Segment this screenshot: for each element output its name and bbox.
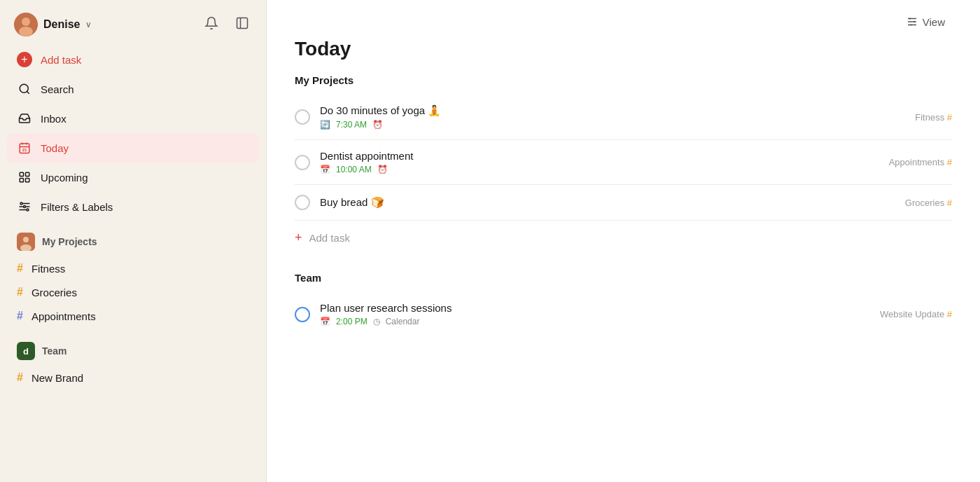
task-title-user-research: Plan user research sessions: [320, 302, 880, 314]
task-row-dentist: Dentist appointment 📅 10:00 AM ⏰ Appoint…: [295, 140, 952, 185]
sidebar-nav: + Add task Search Inbox: [0, 45, 266, 221]
task-project-dentist: Appointments #: [889, 157, 952, 167]
repeat-icon: 🔄: [320, 120, 330, 130]
task-meta-dentist: 📅 10:00 AM ⏰: [320, 165, 889, 174]
team-title: Team: [42, 345, 67, 357]
team-section-title: Team: [267, 272, 980, 292]
add-task-label: Add task: [41, 54, 81, 66]
task-meta-user-research: 📅 2:00 PM ◷ Calendar: [320, 317, 880, 326]
hash-user-research: #: [947, 309, 952, 319]
filters-label: Filters & Labels: [41, 201, 113, 213]
hash-icon-new-brand: #: [17, 371, 23, 384]
my-projects-section: My Projects # Fitness # Groceries # Appo…: [0, 221, 266, 331]
add-task-inline-my-projects[interactable]: + Add task: [295, 221, 952, 255]
hash-dentist: #: [947, 157, 952, 167]
sidebar-header: Denise ∨: [0, 0, 266, 45]
hash-icon-appointments: #: [17, 310, 23, 322]
task-checkbox-yoga[interactable]: [295, 109, 310, 125]
task-location-user-research: Calendar: [386, 317, 420, 326]
task-checkbox-dentist[interactable]: [295, 155, 310, 170]
my-projects-tasks: Do 30 minutes of yoga 🧘 🔄 7:30 AM ⏰ Fitn…: [267, 95, 980, 255]
task-time-dentist: 10:00 AM: [336, 165, 372, 174]
inbox-icon: [17, 111, 32, 126]
task-title-dentist: Dentist appointment: [320, 150, 889, 162]
sidebar-item-filters[interactable]: Filters & Labels: [7, 192, 259, 221]
hash-yoga: #: [947, 112, 952, 123]
user-info[interactable]: Denise ∨: [14, 13, 92, 36]
svg-point-31: [910, 24, 911, 25]
location-icon: ◷: [373, 317, 380, 326]
task-project-bread: Groceries #: [905, 198, 952, 208]
today-calendar-icon: 21: [17, 140, 32, 156]
task-project-user-research: Website Update #: [880, 309, 952, 319]
inbox-label: Inbox: [41, 113, 66, 125]
search-icon: [17, 81, 32, 97]
calendar-icon-user-research: 📅: [320, 317, 330, 326]
svg-rect-15: [26, 179, 29, 182]
sidebar-item-new-brand[interactable]: # New Brand: [7, 366, 259, 390]
add-icon: +: [17, 52, 32, 67]
my-projects-avatar: [17, 233, 35, 251]
svg-point-2: [19, 27, 33, 36]
team-avatar: d: [17, 342, 35, 360]
sidebar: Denise ∨ + Add task: [0, 0, 266, 482]
sidebar-item-search[interactable]: Search: [7, 74, 259, 104]
avatar: [14, 13, 38, 36]
team-header: d Team: [7, 336, 259, 366]
groceries-label: Groceries: [31, 287, 77, 298]
team-section: d Team # New Brand: [0, 331, 266, 392]
sidebar-item-upcoming[interactable]: Upcoming: [7, 163, 259, 192]
svg-point-29: [909, 18, 911, 19]
alarm-icon-yoga: ⏰: [372, 120, 383, 130]
task-checkbox-user-research[interactable]: [295, 307, 310, 322]
notification-bell-button[interactable]: [202, 13, 221, 36]
task-row-user-research: Plan user research sessions 📅 2:00 PM ◷ …: [295, 292, 952, 336]
view-button[interactable]: View: [899, 11, 952, 32]
sidebar-item-today[interactable]: 21 Today: [7, 133, 259, 163]
task-checkbox-bread[interactable]: [295, 195, 310, 210]
alarm-icon-dentist: ⏰: [377, 165, 388, 174]
sidebar-item-fitness[interactable]: # Fitness: [7, 256, 259, 280]
task-meta-yoga: 🔄 7:30 AM ⏰: [320, 120, 915, 130]
today-label: Today: [41, 142, 69, 154]
svg-point-17: [24, 206, 26, 208]
task-row-yoga: Do 30 minutes of yoga 🧘 🔄 7:30 AM ⏰ Fitn…: [295, 95, 952, 140]
svg-rect-13: [26, 172, 29, 176]
task-time-user-research: 2:00 PM: [336, 317, 368, 326]
appointments-label: Appointments: [31, 310, 96, 322]
svg-rect-14: [20, 179, 23, 182]
svg-point-24: [23, 237, 29, 242]
svg-point-16: [20, 202, 22, 205]
sidebar-item-inbox[interactable]: Inbox: [7, 104, 259, 133]
svg-rect-12: [20, 172, 23, 176]
team-tasks: Plan user research sessions 📅 2:00 PM ◷ …: [267, 292, 980, 336]
sidebar-item-groceries[interactable]: # Groceries: [7, 280, 259, 304]
my-projects-section-title: My Projects: [267, 74, 980, 95]
hash-icon-fitness: #: [17, 262, 23, 275]
sidebar-item-appointments[interactable]: # Appointments: [7, 304, 259, 328]
task-content-bread: Buy bread 🍞: [320, 196, 905, 209]
task-title-bread: Buy bread 🍞: [320, 196, 905, 209]
add-task-button[interactable]: + Add task: [7, 45, 259, 74]
sidebar-toggle-button[interactable]: [232, 13, 252, 36]
task-row-bread: Buy bread 🍞 Groceries #: [295, 185, 952, 221]
add-plus-icon: +: [295, 230, 302, 245]
task-project-yoga: Fitness #: [915, 112, 952, 123]
task-content-user-research: Plan user research sessions 📅 2:00 PM ◷ …: [320, 302, 880, 326]
task-content-yoga: Do 30 minutes of yoga 🧘 🔄 7:30 AM ⏰: [320, 104, 915, 130]
filters-icon: [17, 199, 32, 214]
view-button-label: View: [923, 16, 945, 28]
my-projects-title: My Projects: [42, 236, 97, 247]
svg-rect-3: [237, 18, 248, 28]
calendar-icon-dentist: 📅: [320, 165, 330, 174]
task-content-dentist: Dentist appointment 📅 10:00 AM ⏰: [320, 150, 889, 174]
chevron-down-icon: ∨: [85, 20, 92, 29]
svg-point-18: [27, 209, 29, 211]
main-content: View Today My Projects Do 30 minutes of …: [266, 0, 980, 482]
hash-icon-groceries: #: [17, 286, 23, 298]
svg-point-5: [20, 84, 28, 92]
upcoming-label: Upcoming: [41, 172, 88, 184]
svg-point-1: [22, 18, 30, 26]
hash-bread: #: [947, 198, 952, 208]
fitness-label: Fitness: [31, 263, 65, 275]
